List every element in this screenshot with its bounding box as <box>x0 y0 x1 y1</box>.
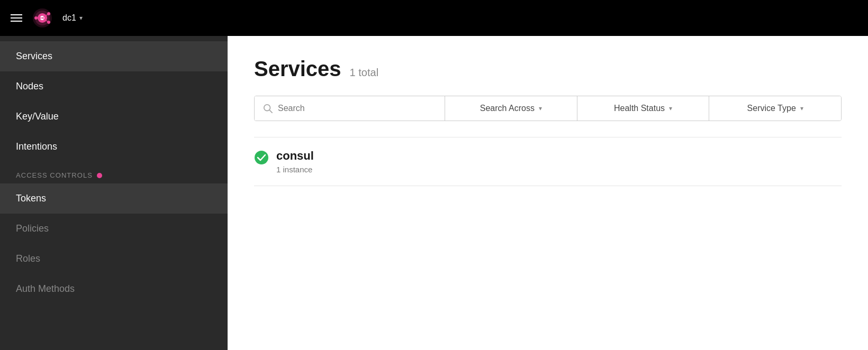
svg-point-12 <box>255 151 268 164</box>
sidebar: Services Nodes Key/Value Intentions ACCE… <box>0 36 228 350</box>
sidebar-nodes-label: Nodes <box>16 81 43 92</box>
health-status-chevron-icon: ▾ <box>669 105 672 112</box>
sidebar-item-nodes[interactable]: Nodes <box>0 71 228 102</box>
content-area: Services 1 total Search Across ▾ Health … <box>228 36 868 350</box>
service-type-dropdown[interactable]: Service Type ▾ <box>709 96 841 121</box>
sidebar-item-services[interactable]: Services <box>0 41 228 71</box>
hamburger-menu[interactable] <box>11 14 22 22</box>
health-passing-icon <box>254 150 269 165</box>
sidebar-intentions-label: Intentions <box>16 141 57 152</box>
search-wrapper <box>255 96 445 121</box>
sidebar-item-auth-methods[interactable]: Auth Methods <box>0 274 228 304</box>
svg-line-11 <box>269 110 272 113</box>
sidebar-item-keyvalue[interactable]: Key/Value <box>0 102 228 132</box>
sidebar-item-policies[interactable]: Policies <box>0 214 228 244</box>
consul-logo <box>31 6 54 30</box>
sidebar-services-label: Services <box>16 51 52 62</box>
sidebar-auth-methods-label: Auth Methods <box>16 283 75 294</box>
datacenter-label: dc1 <box>62 13 76 23</box>
main-layout: Services Nodes Key/Value Intentions ACCE… <box>0 36 868 350</box>
service-type-chevron-icon: ▾ <box>800 105 803 112</box>
search-input[interactable] <box>278 96 436 121</box>
access-controls-dot-icon <box>97 173 102 178</box>
search-across-chevron-icon: ▾ <box>539 105 542 112</box>
sidebar-roles-label: Roles <box>16 253 40 264</box>
datacenter-selector[interactable]: dc1 ▾ <box>62 13 83 23</box>
health-status-label: Health Status <box>614 104 665 113</box>
service-name-consul: consul <box>276 149 314 163</box>
access-controls-section: ACCESS CONTROLS <box>0 162 228 183</box>
filter-bar: Search Across ▾ Health Status ▾ Service … <box>254 96 842 121</box>
datacenter-chevron-icon: ▾ <box>79 14 83 22</box>
sidebar-keyvalue-label: Key/Value <box>16 111 59 122</box>
service-item-consul[interactable]: consul 1 instance <box>254 137 842 186</box>
sidebar-item-tokens[interactable]: Tokens <box>0 183 228 214</box>
page-title: Services <box>254 57 341 81</box>
service-info-consul: consul 1 instance <box>276 149 314 174</box>
page-title-row: Services 1 total <box>254 57 842 81</box>
sidebar-tokens-label: Tokens <box>16 193 46 204</box>
sidebar-item-intentions[interactable]: Intentions <box>0 132 228 162</box>
sidebar-item-roles[interactable]: Roles <box>0 244 228 274</box>
access-controls-label: ACCESS CONTROLS <box>16 171 93 179</box>
service-type-label: Service Type <box>747 104 796 113</box>
health-status-dropdown[interactable]: Health Status ▾ <box>577 96 710 121</box>
sidebar-policies-label: Policies <box>16 223 49 234</box>
search-icon <box>263 104 273 113</box>
search-across-label: Search Across <box>480 104 535 113</box>
list-bottom-divider <box>254 186 842 186</box>
navbar: dc1 ▾ <box>0 0 868 36</box>
service-instances-consul: 1 instance <box>276 165 314 174</box>
page-total: 1 total <box>350 67 378 79</box>
search-across-dropdown[interactable]: Search Across ▾ <box>445 96 577 121</box>
